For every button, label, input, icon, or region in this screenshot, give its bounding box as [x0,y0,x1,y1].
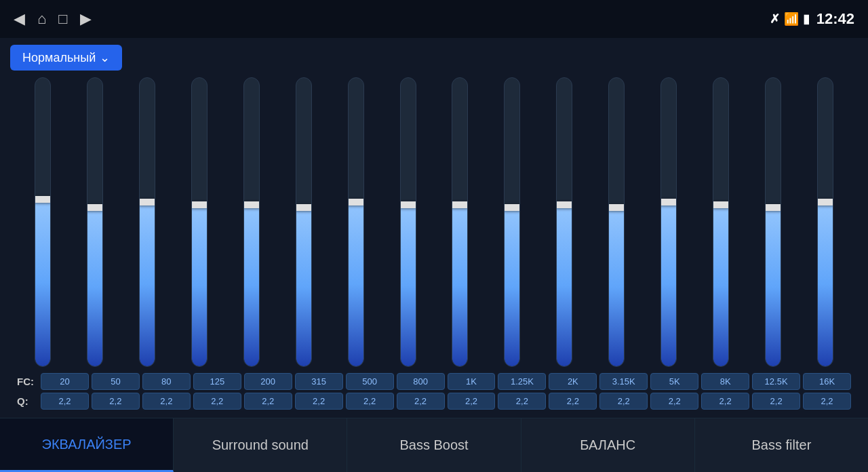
slider-thumb-200[interactable] [243,201,260,208]
fc-cell-800[interactable]: 800 [397,373,445,390]
fc-cell-1.25K[interactable]: 1.25K [498,373,546,390]
q-cell-20[interactable]: 2,2 [41,393,89,410]
fc-cell-3.15K[interactable]: 3.15K [599,373,648,390]
slider-col-1.25K [486,77,538,367]
bluetooth-icon: ✗ [770,12,780,26]
preset-button[interactable]: Нормальный ⌄ [10,45,122,71]
slider-thumb-800[interactable] [400,201,416,208]
slider-thumb-500[interactable] [348,199,364,205]
slider-fill-200 [244,205,259,366]
slider-fill-8K [713,205,728,366]
status-icons: ✗ 📶 ▮ [770,12,810,26]
q-cell-200[interactable]: 2,2 [244,393,292,410]
fc-cell-200[interactable]: 200 [244,373,292,390]
slider-thumb-315[interactable] [296,204,312,211]
slider-track-200[interactable] [243,77,260,367]
slider-track-800[interactable] [400,77,416,367]
preset-label: Нормальный [22,51,96,65]
fc-cell-16K[interactable]: 16K [803,373,851,390]
q-cell-80[interactable]: 2,2 [142,393,191,410]
slider-fill-500 [349,202,363,366]
q-cell-5K[interactable]: 2,2 [650,393,698,410]
slider-track-16K[interactable] [817,77,833,367]
q-cell-800[interactable]: 2,2 [397,393,445,410]
fc-cell-2K[interactable]: 2K [549,373,597,390]
fc-cell-20[interactable]: 20 [41,373,89,390]
slider-track-8K[interactable] [713,77,729,367]
slider-thumb-8K[interactable] [713,201,729,208]
slider-col-2K [538,77,591,367]
q-cell-315[interactable]: 2,2 [295,393,343,410]
slider-fill-800 [401,205,416,366]
slider-thumb-1.25K[interactable] [504,204,520,211]
fc-cell-1K[interactable]: 1K [448,373,496,390]
slider-track-5K[interactable] [660,77,677,367]
q-cell-50[interactable]: 2,2 [92,393,140,410]
q-cell-1K[interactable]: 2,2 [448,393,496,410]
slider-col-3.15K [591,77,643,367]
slider-thumb-1K[interactable] [452,201,468,208]
fc-cell-8K[interactable]: 8K [701,373,749,390]
tab-balance[interactable]: БАЛАНС [521,418,695,472]
tab-equalizer[interactable]: ЭКВАЛАЙЗЕР [0,418,174,472]
slider-track-1.25K[interactable] [504,77,520,367]
slider-thumb-125[interactable] [191,201,208,208]
slider-track-3.15K[interactable] [608,77,625,367]
fc-cell-315[interactable]: 315 [295,373,343,390]
status-bar: ◀ ⌂ □ ▶ ✗ 📶 ▮ 12:42 [0,0,868,38]
slider-thumb-80[interactable] [139,199,155,205]
battery-icon: ▮ [803,12,810,26]
tab-surround[interactable]: Surround sound [174,418,347,472]
fc-cell-50[interactable]: 50 [92,373,140,390]
slider-track-50[interactable] [87,77,103,367]
q-cell-12.5K[interactable]: 2,2 [752,393,800,410]
slider-thumb-2K[interactable] [556,201,572,208]
fc-cell-5K[interactable]: 5K [650,373,698,390]
slider-col-16K [799,77,851,367]
preset-dropdown-icon: ⌄ [100,50,110,65]
slider-track-20[interactable] [35,77,51,367]
slider-thumb-3.15K[interactable] [608,204,625,211]
slider-thumb-20[interactable] [35,196,51,203]
window-icon[interactable]: □ [58,10,67,28]
tab-bass-filter[interactable]: Bass filter [695,418,868,472]
slider-track-80[interactable] [139,77,155,367]
tab-bass-boost[interactable]: Bass Boost [347,418,521,472]
fc-cell-80[interactable]: 80 [142,373,191,390]
q-cell-8K[interactable]: 2,2 [701,393,749,410]
home-icon[interactable]: ⌂ [37,10,46,28]
slider-thumb-16K[interactable] [817,199,833,205]
q-cell-16K[interactable]: 2,2 [803,393,851,410]
slider-fill-1K [452,205,467,366]
slider-thumb-50[interactable] [87,204,103,211]
tab-bar: ЭКВАЛАЙЗЕРSurround soundBass BoostБАЛАНС… [0,418,868,472]
slider-thumb-5K[interactable] [660,199,677,205]
fc-cell-125[interactable]: 125 [193,373,241,390]
slider-track-12.5K[interactable] [765,77,781,367]
fc-cells: 2050801252003155008001K1.25K2K3.15K5K8K1… [41,373,851,390]
slider-fill-1.25K [505,208,519,366]
slider-track-125[interactable] [191,77,208,367]
slider-col-800 [382,77,434,367]
slider-track-500[interactable] [348,77,364,367]
slider-track-315[interactable] [296,77,312,367]
slider-track-1K[interactable] [452,77,468,367]
slider-col-20 [17,77,69,367]
back-icon[interactable]: ◀ [14,10,25,28]
q-cell-3.15K[interactable]: 2,2 [599,393,648,410]
q-cell-125[interactable]: 2,2 [193,393,241,410]
q-cell-1.25K[interactable]: 2,2 [498,393,546,410]
slider-col-125 [174,77,226,367]
q-cell-500[interactable]: 2,2 [346,393,394,410]
slider-thumb-12.5K[interactable] [765,204,781,211]
q-label: Q: [17,395,41,407]
q-cell-2K[interactable]: 2,2 [549,393,597,410]
play-icon[interactable]: ▶ [80,10,92,28]
slider-fill-16K [818,202,833,366]
fc-cell-500[interactable]: 500 [346,373,394,390]
slider-track-2K[interactable] [556,77,572,367]
equalizer-area: FC: 2050801252003155008001K1.25K2K3.15K5… [10,77,858,410]
slider-col-12.5K [747,77,799,367]
slider-col-1K [434,77,486,367]
fc-cell-12.5K[interactable]: 12.5K [752,373,800,390]
